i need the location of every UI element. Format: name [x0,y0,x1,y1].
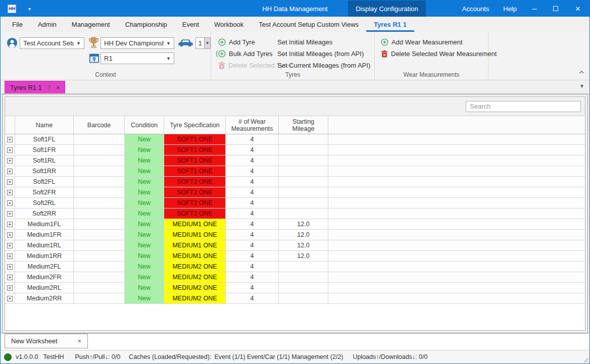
expand-row-icon[interactable]: + [7,264,13,270]
spec-cell: SOFT1 ONE [164,145,226,155]
row-expander-cell[interactable]: + [5,293,15,303]
table-row[interactable]: +Soft1FRNewSOFT1 ONE4 [5,145,585,155]
help-button[interactable]: Help [496,1,524,17]
account-select[interactable]: Test Account Setup ▼ [20,37,84,49]
mileage-cell: 12.0 [279,240,328,250]
table-row[interactable]: +Medium2FLNewMEDIUM2 ONE4 [5,262,585,272]
expand-row-icon[interactable]: + [7,285,13,291]
header-name[interactable]: Name [15,116,74,134]
expand-row-icon[interactable]: + [7,296,13,301]
expand-row-icon[interactable]: + [7,253,13,259]
ribbon: Test Account Setup ▼ HH Dev Championship… [1,32,589,80]
set-current-mileages-api-button[interactable]: Set Current Mileages (from API) [277,62,370,69]
expand-row-icon[interactable]: + [7,137,13,142]
table-row[interactable]: +Medium1FLNewMEDIUM1 ONE412.0 [5,219,585,230]
tab-workbook[interactable]: Workbook [207,17,251,32]
expand-row-icon[interactable]: + [7,232,13,238]
tab-championship[interactable]: Championship [118,17,175,32]
header-barcode[interactable]: Barcode [74,116,125,134]
tab-close-icon[interactable]: × [56,84,60,91]
tab-list-caret-icon[interactable]: ▼ [579,83,584,89]
add-tyre-button[interactable]: Add Tyre [218,38,255,46]
close-button[interactable]: ✕ [566,1,589,17]
condition-cell: New [125,145,164,155]
table-row[interactable]: +Soft2FRNewSOFT2 ONE4 [5,187,585,198]
header-wear-measurements[interactable]: # of Wear Measurements [226,116,279,134]
condition-cell: New [125,187,164,197]
add-wear-measurement-button[interactable]: Add Wear Measurement [381,38,463,46]
expand-row-icon[interactable]: + [7,169,13,174]
table-row[interactable]: +Medium2RLNewMEDIUM2 ONE4 [5,283,585,293]
tab-event[interactable]: Event [175,17,207,32]
expand-row-icon[interactable]: + [7,200,13,206]
chevron-down-icon[interactable]: ▼ [204,38,210,48]
table-row[interactable]: +Medium1RRNewMEDIUM1 ONE412.0 [5,251,585,262]
row-expander-cell[interactable]: + [5,166,15,176]
expand-row-icon[interactable]: + [7,211,13,217]
row-expander-cell[interactable]: + [5,198,15,208]
row-expander-cell[interactable]: + [5,187,15,197]
header-condition[interactable]: Condition [125,116,164,134]
table-row[interactable]: +Soft1RLNewSOFT1 ONE4 [5,155,585,166]
table-row[interactable]: +Soft2FLNewSOFT2 ONE4 [5,177,585,187]
set-initial-mileages-api-button[interactable]: Set Initial Mileages (from API) [277,50,364,58]
tab-file[interactable]: File [5,17,30,32]
app-icon[interactable]: HH [8,5,16,13]
row-expander-cell[interactable]: + [5,240,15,250]
maximize-button[interactable] [545,1,566,17]
row-expander-cell[interactable]: + [5,230,15,240]
row-expander-cell[interactable]: + [5,155,15,166]
table-row[interactable]: +Soft1RRNewSOFT1 ONE4 [5,166,585,177]
row-expander-cell[interactable]: + [5,283,15,293]
row-expander-cell[interactable]: + [5,177,15,187]
table-row[interactable]: +Soft1FLNewSOFT1 ONE4 [5,134,585,145]
minimize-button[interactable]: ─ [524,1,545,17]
row-expander-cell[interactable]: + [5,209,15,219]
row-expander-cell[interactable]: + [5,219,15,229]
tab-management[interactable]: Management [64,17,118,32]
championship-select[interactable]: HH Dev Championship ▼ [101,37,174,49]
expand-row-icon[interactable]: + [7,179,13,185]
header-starting-mileage[interactable]: Starting Mileage [279,116,328,134]
tab-test-account-setup-custom-views[interactable]: Test Account Setup Custom Views [251,17,366,32]
row-expander-cell[interactable]: + [5,145,15,155]
table-row[interactable]: +Medium2FRNewMEDIUM2 ONE4 [5,272,585,283]
table-row[interactable]: +Medium1RLNewMEDIUM1 ONE412.0 [5,240,585,251]
worksheet-tab-new-worksheet[interactable]: New Worksheet × [5,334,88,348]
expand-row-icon[interactable]: + [7,222,13,227]
bulk-add-tyres-button[interactable]: Bulk Add Tyres [216,50,272,58]
name-cell: Medium2FR [15,272,74,282]
expand-row-icon[interactable]: + [7,158,13,164]
row-expander-cell[interactable]: + [5,262,15,272]
worksheet-close-icon[interactable]: × [77,337,81,345]
tab-tyres-r1-1[interactable]: Tyres R1 1 [366,17,414,32]
wear-count-cell: 4 [226,272,279,282]
table-row[interactable]: +Medium1FRNewMEDIUM1 ONE412.0 [5,230,585,240]
barcode-cell [74,251,125,261]
spec-cell: MEDIUM2 ONE [164,272,226,282]
car-number-stepper[interactable]: 1 ▼ [195,37,211,49]
tab-help-icon[interactable]: ? [47,84,51,91]
delete-selected-wear-measurement-button[interactable]: Delete Selected Wear Measurement [381,50,497,58]
expand-row-icon[interactable]: + [7,190,13,195]
set-initial-mileages-button[interactable]: Set Initial Mileages [277,38,332,46]
quick-access-caret-icon[interactable]: ▾ [28,6,31,12]
accounts-button[interactable]: Accounts [455,1,496,17]
table-row[interactable]: +Medium2RRNewMEDIUM2 ONE4 [5,293,585,304]
header-tyre-specification[interactable]: Tyre Specification [164,116,226,134]
row-expander-cell[interactable]: + [5,251,15,261]
resize-grip[interactable] [583,357,588,362]
search-input[interactable] [466,101,581,112]
event-select[interactable]: R1 ▼ [101,53,174,64]
expand-row-icon[interactable]: + [7,147,13,153]
collapse-ribbon-icon[interactable] [579,68,584,76]
table-row[interactable]: +Soft2RRNewSOFT2 ONE4 [5,209,585,219]
expand-row-icon[interactable]: + [7,243,13,248]
tab-admin[interactable]: Admin [30,17,64,32]
row-expander-cell[interactable]: + [5,134,15,144]
tab-display-configuration[interactable]: Display Configuration [348,1,426,17]
row-expander-cell[interactable]: + [5,272,15,282]
table-row[interactable]: +Soft2RLNewSOFT2 ONE4 [5,198,585,209]
expand-row-icon[interactable]: + [7,275,13,280]
document-tab-tyres-r1-1[interactable]: Tyres R1 1 ? × [5,81,65,93]
